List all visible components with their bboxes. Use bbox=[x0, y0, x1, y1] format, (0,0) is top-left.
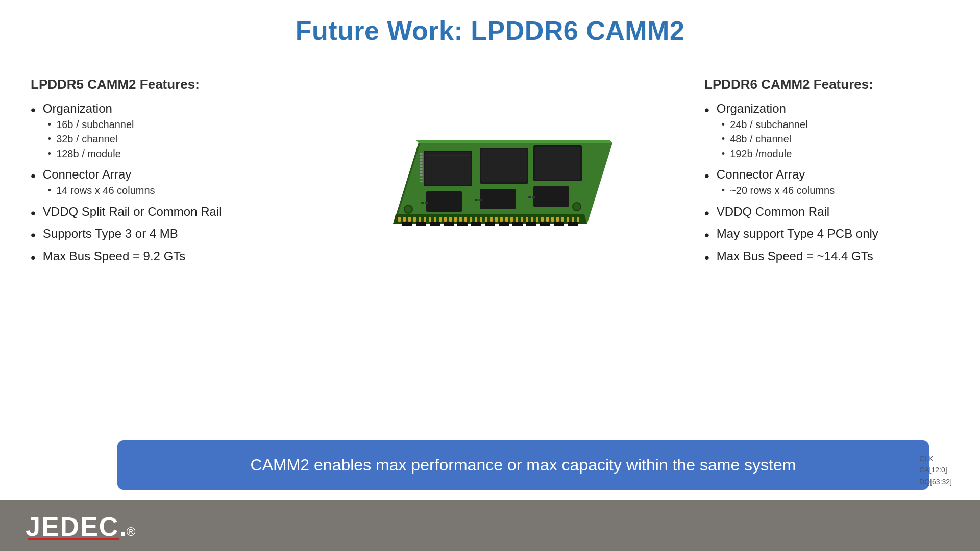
svg-rect-12 bbox=[439, 217, 442, 222]
svg-rect-20 bbox=[480, 217, 482, 222]
bullet-label: VDDQ Split Rail or Common Rail bbox=[43, 205, 222, 219]
svg-rect-47 bbox=[426, 191, 462, 212]
svg-rect-15 bbox=[454, 217, 457, 222]
svg-rect-49 bbox=[533, 186, 569, 207]
ram-svg bbox=[332, 77, 618, 240]
svg-rect-69 bbox=[416, 222, 426, 226]
sub-list: 16b / subchannel 32b / channel 128b / mo… bbox=[48, 119, 134, 162]
bullet-item-connector-right: Connector Array ~20 rows x 46 columns bbox=[717, 167, 835, 199]
svg-rect-24 bbox=[500, 217, 503, 222]
svg-rect-39 bbox=[577, 217, 579, 222]
svg-rect-64 bbox=[420, 178, 423, 179]
signal-ca: CA[12:0] bbox=[919, 464, 952, 475]
svg-rect-17 bbox=[464, 217, 467, 222]
svg-point-67 bbox=[573, 203, 581, 211]
svg-rect-11 bbox=[434, 217, 436, 222]
list-item: 16b / subchannel bbox=[48, 119, 134, 131]
bullet-label: Organization bbox=[43, 102, 134, 116]
bullet-label: May support Type 4 PCB only bbox=[717, 227, 878, 241]
jedec-logo: JEDEC . ® bbox=[26, 511, 136, 540]
svg-rect-57 bbox=[420, 156, 423, 158]
svg-rect-26 bbox=[510, 217, 513, 222]
list-item: 24b / subchannel bbox=[722, 119, 808, 131]
svg-rect-77 bbox=[526, 222, 536, 226]
svg-rect-7 bbox=[413, 217, 416, 222]
svg-rect-10 bbox=[429, 217, 431, 222]
svg-rect-8 bbox=[419, 217, 421, 222]
sub-list: 14 rows x 46 columns bbox=[48, 185, 155, 199]
svg-rect-5 bbox=[403, 217, 406, 222]
banner-text: CAMM2 enables max performance or max cap… bbox=[251, 456, 796, 474]
svg-rect-52 bbox=[475, 199, 478, 201]
svg-rect-54 bbox=[528, 196, 531, 198]
bullet-label: VDDQ Common Rail bbox=[717, 205, 829, 219]
svg-rect-22 bbox=[490, 217, 493, 222]
bullet-label: Connector Array bbox=[43, 167, 155, 182]
svg-rect-70 bbox=[430, 222, 440, 226]
list-item: Organization 16b / subchannel 32b / chan… bbox=[31, 102, 245, 162]
bullet-label: Max Bus Speed = ~14.4 GTs bbox=[717, 249, 873, 263]
svg-rect-23 bbox=[495, 217, 498, 222]
svg-rect-60 bbox=[420, 165, 423, 167]
sub-list: ~20 rows x 46 columns bbox=[722, 185, 835, 199]
svg-rect-16 bbox=[459, 217, 462, 222]
svg-rect-62 bbox=[420, 171, 423, 173]
jedec-logo-text: JEDEC bbox=[26, 511, 119, 542]
svg-rect-72 bbox=[457, 222, 468, 226]
svg-rect-32 bbox=[541, 217, 544, 222]
svg-rect-71 bbox=[444, 222, 454, 226]
svg-rect-41 bbox=[425, 152, 471, 185]
svg-rect-35 bbox=[556, 217, 559, 222]
svg-rect-25 bbox=[505, 217, 508, 222]
jedec-underline bbox=[28, 538, 119, 540]
svg-rect-50 bbox=[421, 202, 424, 204]
bullet-label: Supports Type 3 or 4 MB bbox=[43, 227, 178, 241]
svg-marker-2 bbox=[416, 140, 612, 143]
svg-rect-76 bbox=[512, 222, 523, 226]
bottom-banner: CAMM2 enables max performance or max cap… bbox=[117, 440, 929, 490]
svg-rect-55 bbox=[532, 196, 535, 198]
svg-rect-13 bbox=[444, 217, 447, 222]
list-item: Max Bus Speed = 9.2 GTs bbox=[31, 249, 245, 266]
list-item: VDDQ Common Rail bbox=[704, 205, 949, 222]
bullet-item-org-right: Organization 24b / subchannel 48b / chan… bbox=[717, 102, 808, 162]
bullet-item-connector-left: Connector Array 14 rows x 46 columns bbox=[43, 167, 155, 199]
svg-rect-73 bbox=[471, 222, 481, 226]
list-item: 192b /module bbox=[722, 148, 808, 160]
svg-rect-19 bbox=[475, 217, 477, 222]
svg-rect-31 bbox=[536, 217, 538, 222]
slide-title: Future Work: LPDDR6 CAMM2 bbox=[0, 0, 980, 46]
list-item: Max Bus Speed = ~14.4 GTs bbox=[704, 249, 949, 266]
svg-rect-56 bbox=[420, 153, 423, 155]
list-item: 48b / channel bbox=[722, 133, 808, 145]
svg-rect-9 bbox=[424, 217, 426, 222]
ram-module-image bbox=[332, 77, 618, 240]
svg-rect-63 bbox=[420, 174, 423, 176]
bullet-label: Max Bus Speed = 9.2 GTs bbox=[43, 249, 185, 263]
left-bullet-list: Organization 16b / subchannel 32b / chan… bbox=[31, 102, 245, 266]
list-item: Connector Array ~20 rows x 46 columns bbox=[704, 167, 949, 199]
bullet-item-org-left: Organization 16b / subchannel 32b / chan… bbox=[43, 102, 134, 162]
center-image-area bbox=[245, 77, 704, 271]
svg-rect-65 bbox=[420, 181, 423, 182]
left-column: LPDDR5 CAMM2 Features: Organization 16b … bbox=[31, 77, 245, 271]
list-item: 128b / module bbox=[48, 148, 134, 160]
svg-point-66 bbox=[404, 205, 412, 213]
svg-rect-36 bbox=[561, 217, 564, 222]
svg-rect-61 bbox=[420, 168, 423, 170]
right-section-title: LPDDR6 CAMM2 Features: bbox=[704, 77, 949, 92]
svg-rect-6 bbox=[408, 217, 411, 222]
svg-rect-33 bbox=[546, 217, 549, 222]
list-item: Organization 24b / subchannel 48b / chan… bbox=[704, 102, 949, 162]
svg-rect-59 bbox=[420, 162, 423, 164]
svg-rect-27 bbox=[516, 217, 518, 222]
svg-rect-48 bbox=[480, 189, 516, 209]
list-item: Connector Array 14 rows x 46 columns bbox=[31, 167, 245, 199]
svg-rect-58 bbox=[420, 159, 423, 161]
svg-rect-78 bbox=[540, 222, 550, 226]
svg-rect-18 bbox=[470, 217, 472, 222]
svg-rect-46 bbox=[535, 147, 580, 180]
svg-rect-79 bbox=[554, 222, 564, 226]
svg-rect-51 bbox=[425, 202, 428, 204]
jedec-registered: ® bbox=[127, 524, 136, 539]
